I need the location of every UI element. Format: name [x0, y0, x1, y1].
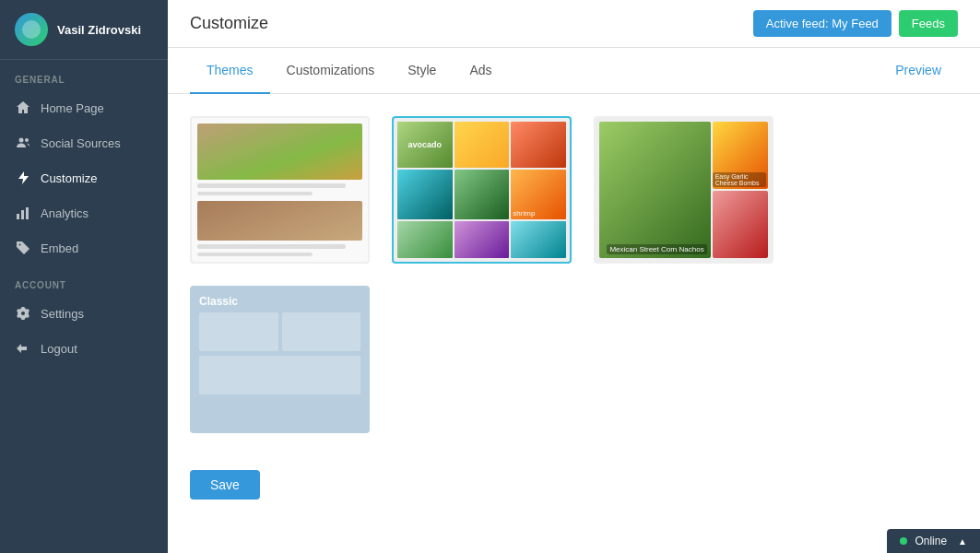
save-bar: Save: [168, 455, 980, 514]
svg-point-1: [25, 138, 29, 142]
sidebar-item-social-sources[interactable]: Social Sources: [0, 125, 168, 160]
main-content: Customize Active feed: My Feed Feeds The…: [168, 0, 980, 553]
home-icon: [15, 100, 31, 116]
theme-card-mosaic[interactable]: Mexican Street Corn Nachos Easy Garlic C…: [594, 116, 773, 264]
sidebar-item-settings[interactable]: Settings: [0, 296, 168, 331]
sidebar-username: Vasil Zidrovski: [57, 23, 141, 37]
sidebar: Vasil Zidrovski General Home Page Social…: [0, 0, 168, 553]
sidebar-item-analytics[interactable]: Analytics: [0, 195, 168, 230]
arrow-left-icon: [15, 340, 31, 357]
svg-rect-2: [17, 214, 19, 219]
sidebar-item-customize[interactable]: Customize: [0, 160, 168, 195]
theme-card-grid[interactable]: avocado shrimp: [392, 116, 572, 264]
sidebar-item-embed[interactable]: Embed: [0, 230, 168, 265]
save-button[interactable]: Save: [190, 470, 260, 500]
svg-rect-3: [21, 210, 24, 219]
themes-grid: avocado shrimp Mexican Street Corn Nacho…: [168, 94, 980, 455]
sidebar-item-label: Embed: [41, 241, 78, 255]
sidebar-item-home-page[interactable]: Home Page: [0, 90, 168, 125]
svg-point-0: [19, 138, 24, 143]
app-logo: [15, 13, 48, 46]
classic-label: Classic: [199, 295, 360, 308]
sidebar-item-label: Social Sources: [41, 136, 121, 150]
topbar: Customize Active feed: My Feed Feeds: [168, 0, 980, 48]
sidebar-item-logout[interactable]: Logout: [0, 331, 168, 366]
online-status-bar: Online ▲: [887, 529, 980, 553]
tabs-bar: Themes Customizations Style Ads Preview: [168, 48, 980, 94]
active-feed-button[interactable]: Active feed: My Feed: [753, 10, 891, 37]
online-status-label: Online: [915, 535, 947, 547]
tab-ads[interactable]: Ads: [453, 48, 508, 94]
section-label-general: General: [0, 60, 168, 90]
lightning-icon: [15, 170, 31, 186]
tab-preview[interactable]: Preview: [879, 48, 958, 94]
chevron-down-icon[interactable]: ▲: [958, 536, 967, 547]
theme-card-classic[interactable]: Classic: [190, 286, 370, 433]
section-label-account: Account: [0, 265, 168, 296]
tab-themes[interactable]: Themes: [190, 48, 270, 94]
feeds-button[interactable]: Feeds: [899, 10, 958, 37]
theme-card-single[interactable]: [190, 116, 370, 264]
sidebar-item-label: Logout: [41, 342, 77, 356]
tag-icon: [15, 240, 31, 256]
tab-customizations[interactable]: Customizations: [270, 48, 392, 94]
gear-icon: [15, 305, 31, 322]
sidebar-item-label: Settings: [41, 307, 84, 321]
topbar-actions: Active feed: My Feed Feeds: [753, 10, 958, 37]
online-dot: [900, 537, 907, 545]
people-icon: [15, 135, 31, 151]
bar-chart-icon: [15, 205, 31, 221]
sidebar-item-label: Analytics: [41, 206, 89, 220]
content-area: Themes Customizations Style Ads Preview: [168, 48, 980, 553]
sidebar-item-label: Home Page: [41, 101, 104, 115]
svg-rect-4: [26, 207, 29, 219]
sidebar-header: Vasil Zidrovski: [0, 0, 168, 60]
page-title: Customize: [190, 14, 268, 33]
sidebar-item-label: Customize: [41, 171, 97, 185]
tab-style[interactable]: Style: [391, 48, 453, 94]
